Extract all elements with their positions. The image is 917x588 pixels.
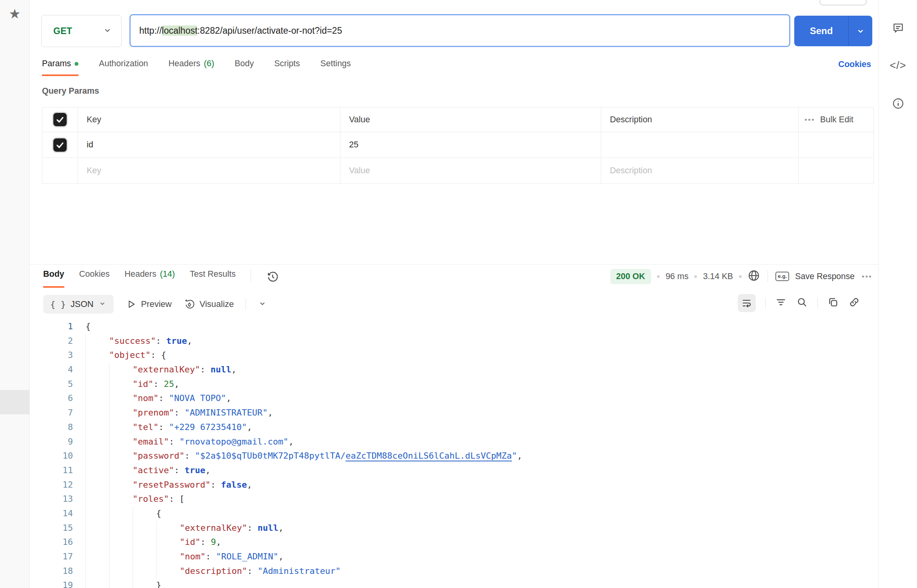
code-token: 25: [164, 379, 174, 389]
code-token: ,: [231, 365, 237, 374]
indent-guide: [86, 506, 109, 521]
code-token: "prenom": [133, 408, 174, 417]
code-token: ,: [187, 336, 192, 346]
format-dropdown[interactable]: { } JSON: [43, 295, 114, 314]
code-token: :: [153, 379, 164, 389]
indent-guide: [109, 391, 133, 406]
indent-guide: [86, 377, 109, 392]
code-line: 9"email": "rnovatopo@gmail.com",: [29, 435, 878, 449]
indent-guide: [133, 564, 156, 579]
param-key-field-placeholder[interactable]: Key: [78, 158, 340, 183]
indent-guide: [109, 406, 133, 420]
info-icon[interactable]: [879, 97, 917, 110]
indent-guide: [156, 550, 180, 564]
response-time[interactable]: 96 ms: [666, 272, 689, 281]
indent-guide: [86, 463, 109, 478]
code-line: 17"nom": "ROLE_ADMIN",: [29, 550, 878, 564]
code-token: : [: [169, 494, 185, 504]
indent-guide: [109, 478, 133, 492]
code-token: "id": [133, 379, 153, 389]
response-more-options-icon[interactable]: [862, 276, 871, 278]
code-snippet-icon[interactable]: </>: [879, 60, 917, 72]
code-area[interactable]: 1{2"success": true,3"object": {4"externa…: [29, 319, 878, 588]
send-button[interactable]: Send: [794, 16, 872, 46]
code-token: ,: [517, 451, 522, 461]
response-tab-test-results[interactable]: Test Results: [190, 269, 236, 286]
param-value-field-placeholder[interactable]: Value: [340, 158, 601, 183]
response-size[interactable]: 3.14 KB: [703, 272, 733, 281]
method-select[interactable]: GET: [41, 15, 122, 47]
code-token: null: [211, 365, 231, 374]
network-globe-icon[interactable]: [748, 269, 760, 283]
line-number: 5: [29, 377, 73, 392]
send-options-chevron-icon[interactable]: [849, 26, 872, 36]
param-checkbox[interactable]: [53, 138, 67, 152]
code-token: :: [169, 437, 180, 446]
row-checkbox-cell: [42, 158, 78, 183]
section-divider: [29, 264, 879, 265]
wrap-text-button[interactable]: [738, 294, 756, 312]
line-number: 10: [29, 449, 73, 463]
code-line: 10"password": "$2a$10$qTUb0tMK72pT48pytl…: [29, 449, 878, 463]
sidebar-selected-band[interactable]: [0, 390, 29, 414]
response-meta: 200 OK 96 ms 3.14 KB e.g. Save Response: [610, 268, 871, 285]
param-value-field[interactable]: 25: [340, 132, 601, 158]
line-number: 1: [29, 319, 73, 334]
dot-separator: [739, 275, 742, 278]
link-icon[interactable]: [848, 296, 860, 310]
tab-body[interactable]: Body: [235, 59, 254, 74]
indent-guide: [86, 420, 109, 435]
status-badge[interactable]: 200 OK: [610, 269, 651, 284]
param-description-field[interactable]: [601, 132, 799, 158]
partial-button[interactable]: [819, 0, 867, 5]
response-tab-headers[interactable]: Headers(14): [124, 269, 175, 286]
method-label: GET: [53, 26, 72, 36]
code-token: "ROLE_ADMIN": [216, 552, 278, 561]
indent-guide: [86, 578, 109, 588]
tab-authorization[interactable]: Authorization: [99, 59, 148, 74]
line-number: 11: [29, 463, 73, 478]
tools-divider: [765, 298, 766, 309]
response-tab-body[interactable]: Body: [43, 269, 64, 288]
param-key-field[interactable]: id: [78, 132, 340, 158]
chevron-down-icon[interactable]: [258, 299, 267, 310]
history-icon[interactable]: [266, 270, 279, 285]
url-input[interactable]: http://localhost:8282/api/user/activate-…: [129, 14, 790, 47]
copy-icon[interactable]: [827, 296, 839, 310]
params-dot-icon: [75, 62, 78, 66]
response-tab-cookies[interactable]: Cookies: [79, 269, 110, 286]
comments-icon[interactable]: [879, 22, 917, 35]
select-all-checkbox[interactable]: [53, 113, 67, 126]
code-token: ,: [247, 480, 252, 490]
code-token: "email": [133, 437, 169, 446]
cookies-link[interactable]: Cookies: [838, 60, 871, 69]
indent-guide: [86, 564, 109, 579]
tab-headers[interactable]: Headers(6): [169, 59, 215, 74]
filter-icon[interactable]: [775, 296, 787, 310]
code-token: "roles": [133, 494, 169, 504]
code-line: 15"externalKey": null,: [29, 521, 878, 535]
request-tabs: Params Authorization Headers(6) Body Scr…: [42, 59, 351, 77]
search-icon[interactable]: [796, 296, 808, 310]
visualize-button[interactable]: Visualize: [184, 298, 234, 310]
more-options-icon: [805, 119, 814, 121]
line-number: 3: [29, 348, 73, 363]
line-number: 15: [29, 521, 73, 535]
star-icon[interactable]: ★: [0, 7, 29, 20]
tab-params[interactable]: Params: [42, 59, 78, 76]
code-token: false: [221, 480, 247, 490]
tab-settings[interactable]: Settings: [320, 59, 351, 74]
save-response-button[interactable]: Save Response: [795, 272, 855, 281]
line-number: 18: [29, 564, 73, 579]
format-label: JSON: [71, 299, 94, 309]
bulk-edit-button[interactable]: Bulk Edit: [799, 107, 873, 132]
line-number: 17: [29, 550, 73, 564]
indent-guide: [109, 578, 133, 588]
code-token: ,: [278, 552, 284, 561]
code-token: ": [512, 451, 517, 461]
tab-scripts[interactable]: Scripts: [274, 59, 300, 74]
dot-separator: [657, 275, 660, 278]
meta-divider: [768, 270, 768, 282]
param-description-field-placeholder[interactable]: Description: [601, 158, 799, 183]
preview-button[interactable]: Preview: [126, 299, 171, 310]
